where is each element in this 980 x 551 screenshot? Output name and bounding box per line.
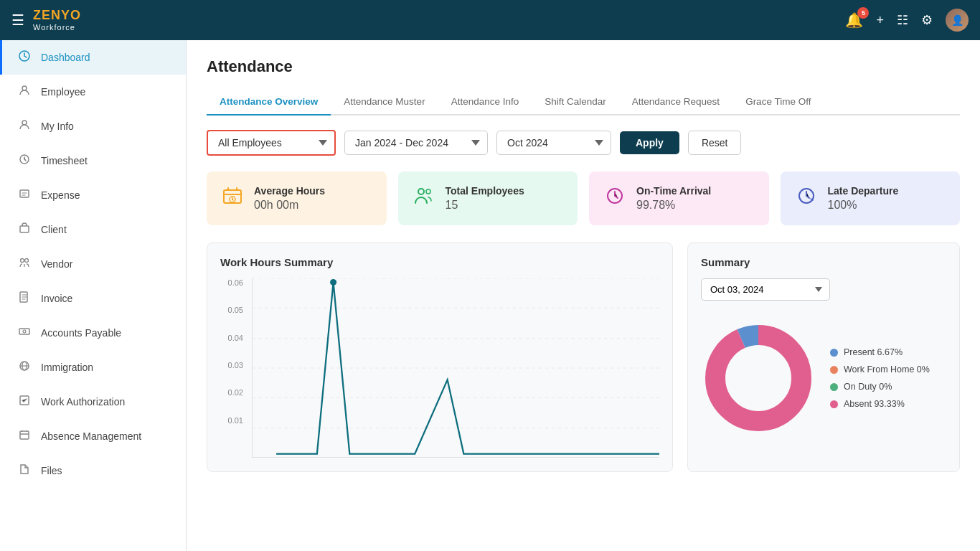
sidebar-item-files[interactable]: Files <box>0 453 186 488</box>
sidebar-label-employee: Employee <box>41 86 85 98</box>
client-icon <box>17 222 32 237</box>
on-time-arrival-value: 99.78% <box>636 199 711 212</box>
sidebar-item-accounts-payable[interactable]: Accounts Payable <box>0 316 186 350</box>
sidebar-item-invoice[interactable]: Invoice <box>0 281 186 316</box>
employee-icon <box>17 85 32 99</box>
svg-point-10 <box>23 330 26 333</box>
on-time-arrival-info: On-Time Arrival 99.78% <box>636 185 711 212</box>
main-layout: Dashboard Employee My Info Timesheet Exp… <box>0 40 980 551</box>
expense-icon <box>17 188 32 202</box>
donut-chart-svg <box>701 321 816 435</box>
topbar-left: ☰ ZENYO Workforce <box>11 9 81 32</box>
y-label-6: 0.06 <box>228 278 243 287</box>
late-departure-label: Late Departure <box>828 185 899 197</box>
sidebar: Dashboard Employee My Info Timesheet Exp… <box>0 40 187 551</box>
notification-bell[interactable]: 🔔 5 <box>845 11 863 29</box>
absence-management-icon <box>17 429 32 443</box>
svg-point-1 <box>22 86 27 90</box>
sidebar-item-myinfo[interactable]: My Info <box>0 109 186 143</box>
on-time-arrival-label: On-Time Arrival <box>636 185 711 197</box>
filter-row: All Employees Active Employees Inactive … <box>207 130 960 156</box>
on-time-arrival-icon <box>603 184 626 212</box>
legend-dot-on-duty <box>830 383 838 391</box>
sidebar-item-employee[interactable]: Employee <box>0 75 186 109</box>
sidebar-label-client: Client <box>41 224 67 235</box>
chart-svg <box>252 278 659 458</box>
sidebar-label-vendor: Vendor <box>41 258 72 270</box>
stat-card-late-departure: Late Departure 100% <box>781 171 961 225</box>
stat-card-avg-hours: Average Hours 00h 00m <box>207 171 387 225</box>
y-label-1: 0.01 <box>228 416 243 425</box>
legend-dot-wfh <box>830 366 838 374</box>
avg-hours-icon <box>221 184 244 212</box>
sidebar-label-dashboard: Dashboard <box>41 52 90 63</box>
topbar-right: 🔔 5 + ☷ ⚙ 👤 <box>845 9 969 32</box>
sidebar-item-work-authorization[interactable]: Work Authorization <box>0 385 186 419</box>
legend-wfh: Work From Home 0% <box>830 364 930 375</box>
summary-card: Summary Oct 03, 2024 Oct 04, 2024 Oct 05… <box>687 242 960 472</box>
stat-card-on-time-arrival: On-Time Arrival 99.78% <box>589 171 769 225</box>
bottom-row: Work Hours Summary 0.06 0.05 0.04 0.03 0… <box>207 242 960 472</box>
tab-attendance-info[interactable]: Attendance Info <box>438 89 532 116</box>
total-employees-info: Total Employees 15 <box>446 185 524 212</box>
add-icon[interactable]: + <box>876 13 884 28</box>
sidebar-label-accounts-payable: Accounts Payable <box>41 327 121 339</box>
tab-attendance-request[interactable]: Attendance Request <box>619 89 732 116</box>
tab-shift-calendar[interactable]: Shift Calendar <box>532 89 619 116</box>
sidebar-item-dashboard[interactable]: Dashboard <box>0 40 186 75</box>
late-departure-info: Late Departure 100% <box>828 185 899 212</box>
sidebar-label-invoice: Invoice <box>41 293 72 304</box>
total-employees-label: Total Employees <box>446 185 524 197</box>
sidebar-label-immigration: Immigration <box>41 362 93 373</box>
sidebar-label-expense: Expense <box>41 189 80 201</box>
chart-title: Work Hours Summary <box>220 256 659 268</box>
svg-point-6 <box>21 259 24 263</box>
timesheet-icon <box>17 154 32 168</box>
grid-icon[interactable]: ☷ <box>897 12 908 28</box>
logo-area: ZENYO Workforce <box>33 9 81 32</box>
y-label-3: 0.03 <box>228 361 243 369</box>
month-filter[interactable]: Oct 2024 Sep 2024 Nov 2024 <box>496 131 611 155</box>
settings-icon[interactable]: ⚙ <box>921 12 933 28</box>
tab-grace-time-off[interactable]: Grace Time Off <box>732 89 824 116</box>
svg-rect-9 <box>19 329 29 334</box>
avatar[interactable]: 👤 <box>946 9 969 32</box>
stat-card-total-employees: Total Employees 15 <box>398 171 578 225</box>
hamburger-icon[interactable]: ☰ <box>11 11 24 29</box>
legend-label-absent: Absent 93.33% <box>844 399 905 409</box>
sidebar-item-immigration[interactable]: Immigration <box>0 350 186 385</box>
sidebar-item-vendor[interactable]: Vendor <box>0 247 186 281</box>
chart-y-axis: 0.06 0.05 0.04 0.03 0.02 0.01 <box>220 278 248 443</box>
page-title: Attendance <box>207 57 960 76</box>
employees-filter[interactable]: All Employees Active Employees Inactive … <box>207 130 336 156</box>
sidebar-item-expense[interactable]: Expense <box>0 178 186 212</box>
dashboard-icon <box>17 50 32 65</box>
tab-attendance-muster[interactable]: Attendance Muster <box>331 89 438 116</box>
immigration-icon <box>17 360 32 375</box>
svg-point-2 <box>22 121 27 125</box>
logo-workforce: Workforce <box>33 23 81 32</box>
summary-date-select[interactable]: Oct 03, 2024 Oct 04, 2024 Oct 05, 2024 <box>701 278 830 301</box>
legend-on-duty: On Duty 0% <box>830 382 930 392</box>
svg-rect-4 <box>20 190 29 197</box>
sidebar-label-files: Files <box>41 465 62 476</box>
sidebar-item-absence-management[interactable]: Absence Management <box>0 419 186 453</box>
reset-button[interactable]: Reset <box>688 131 742 155</box>
svg-point-29 <box>330 279 336 286</box>
legend-label-on-duty: On Duty 0% <box>844 382 892 392</box>
date-range-filter[interactable]: Jan 2024 - Dec 2024 Jan 2023 - Dec 2023 <box>344 131 488 155</box>
apply-button[interactable]: Apply <box>620 131 679 154</box>
total-employees-icon <box>413 184 435 212</box>
svg-point-32 <box>727 347 790 410</box>
sidebar-item-timesheet[interactable]: Timesheet <box>0 143 186 178</box>
total-employees-value: 15 <box>446 199 524 212</box>
logo-zenyo: ZENYO <box>33 9 81 23</box>
tab-attendance-overview[interactable]: Attendance Overview <box>207 89 331 116</box>
summary-title: Summary <box>701 256 946 268</box>
tab-bar: Attendance Overview Attendance Muster At… <box>207 89 960 116</box>
myinfo-icon <box>17 119 32 133</box>
legend-dot-present <box>830 349 838 357</box>
work-hours-chart: Work Hours Summary 0.06 0.05 0.04 0.03 0… <box>207 242 673 472</box>
sidebar-item-client[interactable]: Client <box>0 212 186 247</box>
legend: Present 6.67% Work From Home 0% On Duty … <box>830 347 930 409</box>
